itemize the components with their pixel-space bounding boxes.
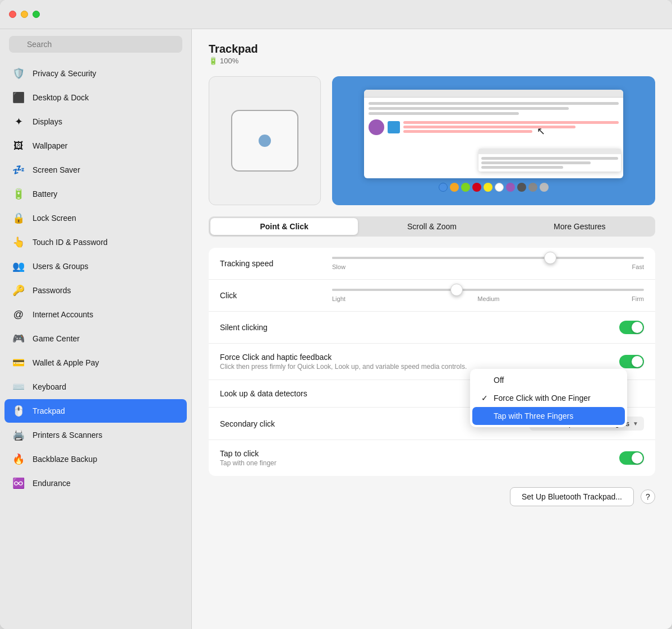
tracking-speed-max: Fast bbox=[632, 263, 644, 270]
maximize-button[interactable] bbox=[33, 11, 40, 18]
chevron-down-icon: ▼ bbox=[633, 420, 638, 427]
mock-popup-bar bbox=[478, 149, 621, 154]
sidebar-icon-touch-id: 👆 bbox=[11, 235, 26, 249]
sidebar-item-trackpad[interactable]: 🖱️ Trackpad bbox=[4, 399, 187, 423]
popup-line-3 bbox=[481, 166, 564, 169]
sidebar-label-internet-accounts: Internet Accounts bbox=[33, 310, 93, 319]
click-fill bbox=[332, 289, 457, 291]
silent-clicking-label: Silent clicking bbox=[220, 323, 332, 332]
sidebar-item-wallet[interactable]: 💳 Wallet & Apple Pay bbox=[4, 351, 187, 374]
sidebar-icon-screen-saver: 💤 bbox=[11, 163, 26, 177]
setting-lookup: Look up & data detectors Off ✓ Force Cli… bbox=[209, 380, 655, 408]
sidebar-icon-internet-accounts: @ bbox=[11, 307, 26, 322]
sidebar-label-backblaze: Backblaze Backup bbox=[33, 455, 97, 464]
dropdown-item-tap-three-label: Tap with Three Fingers bbox=[494, 411, 573, 420]
color-dot-white bbox=[495, 183, 504, 192]
tracking-speed-slider-wrapper: Slow Fast bbox=[332, 257, 644, 270]
tap-to-click-sublabel: Tap with one finger bbox=[220, 459, 332, 467]
color-dot-red bbox=[472, 183, 481, 192]
tab-point-click[interactable]: Point & Click bbox=[210, 218, 358, 235]
lookup-dropdown-menu: Off ✓ Force Click with One Finger Tap wi… bbox=[470, 369, 627, 427]
click-thumb[interactable] bbox=[450, 284, 463, 296]
tap-to-click-label: Tap to click bbox=[220, 449, 332, 458]
silent-clicking-toggle[interactable] bbox=[619, 321, 644, 334]
tracking-speed-thumb[interactable] bbox=[544, 252, 556, 264]
sidebar-label-users-groups: Users & Groups bbox=[33, 262, 89, 271]
sidebar-item-privacy[interactable]: 🛡️ Privacy & Security bbox=[4, 62, 187, 85]
mock-browser: ↖ bbox=[364, 90, 623, 178]
sidebar-icon-endurance: ♾️ bbox=[11, 476, 26, 491]
mock-shapes bbox=[369, 119, 619, 135]
gesture-preview: ↖ bbox=[332, 76, 655, 205]
mock-line-3 bbox=[369, 112, 519, 115]
setup-bluetooth-button[interactable]: Set Up Bluetooth Trackpad... bbox=[510, 487, 634, 506]
click-slider-wrapper: Light Medium Firm bbox=[332, 289, 644, 302]
battery-percentage: 100% bbox=[220, 57, 238, 65]
sidebar-item-wallpaper[interactable]: 🖼 Wallpaper bbox=[4, 134, 187, 158]
sidebar-icon-lock-screen: 🔒 bbox=[11, 211, 26, 225]
click-control: Light Medium Firm bbox=[332, 289, 644, 302]
sidebar-label-keyboard: Keyboard bbox=[33, 382, 66, 391]
sidebar: ⌕ 🛡️ Privacy & Security ⬛ Desktop & Dock… bbox=[0, 29, 192, 629]
setting-click: Click Light Medium Firm bbox=[209, 280, 655, 312]
mock-text-line-3 bbox=[403, 130, 533, 133]
force-click-label: Force Click and haptic feedback bbox=[220, 353, 619, 362]
search-input[interactable] bbox=[9, 36, 182, 53]
titlebar bbox=[0, 0, 672, 29]
mock-line-1 bbox=[369, 102, 619, 105]
content-area: Trackpad 🔋 100% bbox=[192, 29, 672, 629]
dropdown-item-tap-three[interactable]: Tap with Three Fingers bbox=[472, 407, 625, 425]
trackpad-dot bbox=[259, 135, 271, 147]
sidebar-item-endurance[interactable]: ♾️ Endurance bbox=[4, 471, 187, 495]
sidebar-item-displays[interactable]: ✦ Displays bbox=[4, 110, 187, 133]
mock-line-2 bbox=[369, 107, 569, 110]
popup-line-2 bbox=[481, 161, 591, 164]
color-dot-yellow bbox=[484, 183, 493, 192]
sidebar-item-users-groups[interactable]: 👥 Users & Groups bbox=[4, 255, 187, 278]
tap-to-click-toggle-thumb bbox=[632, 452, 643, 464]
sidebar-item-lock-screen[interactable]: 🔒 Lock Screen bbox=[4, 206, 187, 230]
click-max: Firm bbox=[632, 295, 644, 302]
tap-to-click-toggle[interactable] bbox=[619, 451, 644, 465]
sidebar-item-desktop-dock[interactable]: ⬛ Desktop & Dock bbox=[4, 86, 187, 109]
page-title: Trackpad bbox=[209, 43, 655, 55]
mock-text-line-1 bbox=[403, 121, 619, 124]
tracking-speed-control: Slow Fast bbox=[332, 257, 644, 270]
sidebar-item-passwords[interactable]: 🔑 Passwords bbox=[4, 279, 187, 302]
search-wrapper: ⌕ bbox=[9, 36, 182, 53]
main-layout: ⌕ 🛡️ Privacy & Security ⬛ Desktop & Dock… bbox=[0, 29, 672, 629]
sidebar-item-printers[interactable]: 🖨️ Printers & Scanners bbox=[4, 423, 187, 447]
close-button[interactable] bbox=[9, 11, 16, 18]
sidebar-item-touch-id[interactable]: 👆 Touch ID & Password bbox=[4, 230, 187, 254]
sidebar-label-displays: Displays bbox=[33, 117, 62, 126]
sidebar-icon-users-groups: 👥 bbox=[11, 259, 26, 274]
sidebar-icon-battery: 🔋 bbox=[11, 187, 26, 201]
click-track bbox=[332, 289, 644, 291]
bottom-bar: Set Up Bluetooth Trackpad... ? bbox=[209, 487, 655, 506]
force-click-toggle[interactable] bbox=[619, 355, 644, 368]
dropdown-item-off[interactable]: Off bbox=[472, 371, 625, 389]
click-labels: Light Medium Firm bbox=[332, 295, 644, 302]
dropdown-item-force-click[interactable]: ✓ Force Click with One Finger bbox=[472, 389, 625, 407]
sidebar-icon-privacy: 🛡️ bbox=[11, 66, 26, 81]
force-click-toggle-thumb bbox=[632, 356, 643, 367]
minimize-button[interactable] bbox=[21, 11, 28, 18]
click-label: Click bbox=[220, 291, 332, 300]
sidebar-label-endurance: Endurance bbox=[33, 479, 71, 488]
tab-more-gestures[interactable]: More Gestures bbox=[506, 218, 653, 235]
sidebar-item-battery[interactable]: 🔋 Battery bbox=[4, 182, 187, 206]
sidebar-item-keyboard[interactable]: ⌨️ Keyboard bbox=[4, 375, 187, 399]
sidebar-icon-backblaze: 🔥 bbox=[11, 452, 26, 466]
sidebar-item-internet-accounts[interactable]: @ Internet Accounts bbox=[4, 303, 187, 326]
sidebar-item-screen-saver[interactable]: 💤 Screen Saver bbox=[4, 158, 187, 182]
help-button[interactable]: ? bbox=[641, 489, 655, 504]
mock-text-line-2 bbox=[403, 126, 576, 128]
sidebar-label-screen-saver: Screen Saver bbox=[33, 165, 80, 174]
trackpad-icon bbox=[231, 110, 298, 172]
tab-scroll-zoom[interactable]: Scroll & Zoom bbox=[358, 218, 505, 235]
system-settings-window: ⌕ 🛡️ Privacy & Security ⬛ Desktop & Dock… bbox=[0, 0, 672, 629]
sidebar-list: 🛡️ Privacy & Security ⬛ Desktop & Dock ✦… bbox=[0, 59, 191, 629]
sidebar-item-game-center[interactable]: 🎮 Game Center bbox=[4, 327, 187, 350]
mock-square bbox=[388, 121, 400, 133]
sidebar-item-backblaze[interactable]: 🔥 Backblaze Backup bbox=[4, 447, 187, 471]
